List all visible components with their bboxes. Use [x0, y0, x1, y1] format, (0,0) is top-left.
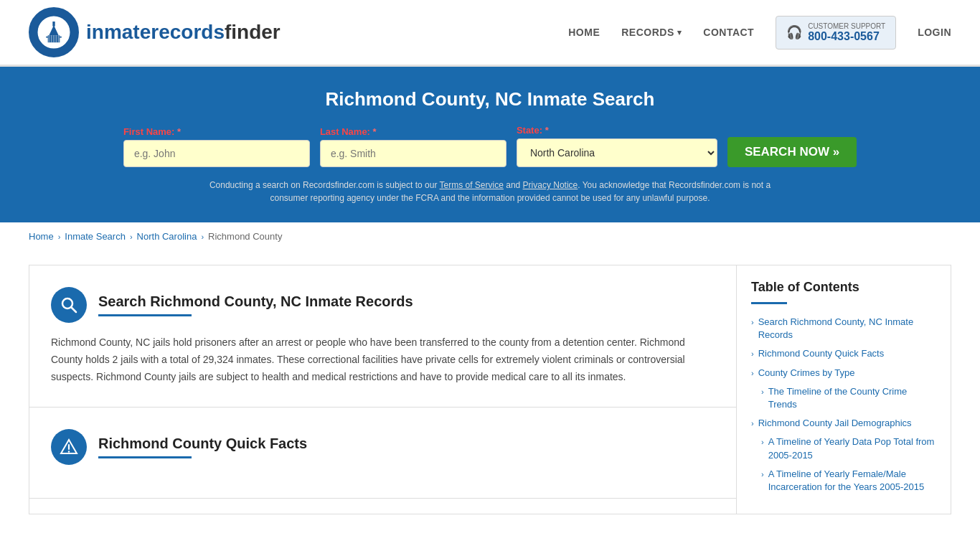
toc-item-3: › County Crimes by Type — [751, 367, 936, 380]
toc-link-5[interactable]: › Richmond County Jail Demographics — [751, 417, 936, 430]
svg-rect-5 — [49, 35, 50, 42]
last-name-input[interactable] — [320, 140, 507, 167]
breadcrumb-sep-2: › — [130, 232, 133, 241]
nav-records[interactable]: RECORDS ▾ — [621, 27, 682, 38]
headset-icon: 🎧 — [786, 24, 802, 40]
toc-item-1: › Search Richmond County, NC Inmate Reco… — [751, 316, 936, 342]
svg-rect-9 — [58, 35, 60, 42]
support-phone: 800-433-0567 — [808, 30, 885, 43]
breadcrumb-sep-3: › — [201, 232, 204, 241]
search-section: Search Richmond County, NC Inmate Record… — [29, 265, 736, 408]
customer-support-button[interactable]: 🎧 CUSTOMER SUPPORT 800-433-0567 — [776, 16, 896, 50]
state-label: State: * — [517, 125, 549, 136]
required-star: * — [373, 126, 377, 137]
logo-icon — [29, 7, 79, 57]
section2-title-area: Richmond County Quick Facts — [98, 435, 307, 458]
site-header: inmaterecordsfinder HOME RECORDS ▾ CONTA… — [0, 0, 980, 67]
page-title: Richmond County, NC Inmate Search — [29, 88, 951, 110]
toc-title: Table of Contents — [751, 280, 936, 295]
section1-header: Search Richmond County, NC Inmate Record… — [51, 287, 715, 323]
main-nav: HOME RECORDS ▾ CONTACT 🎧 CUSTOMER SUPPOR… — [568, 16, 951, 50]
section2-header: Richmond County Quick Facts — [51, 429, 715, 465]
toc-arrow-7: › — [761, 469, 764, 480]
svg-line-11 — [72, 308, 77, 313]
first-name-group: First Name: * — [123, 126, 310, 167]
svg-rect-8 — [56, 35, 57, 42]
toc-link-4[interactable]: › The Timeline of the County Crime Trend… — [761, 385, 936, 411]
toc-item-6: › A Timeline of Yearly Data Pop Total fr… — [761, 435, 936, 461]
logo-text: inmaterecordsfinder — [86, 21, 281, 44]
toc-item-5: › Richmond County Jail Demographics — [751, 417, 936, 430]
toc-link-6[interactable]: › A Timeline of Yearly Data Pop Total fr… — [761, 435, 936, 461]
svg-rect-6 — [51, 35, 52, 42]
breadcrumb-north-carolina[interactable]: North Carolina — [137, 231, 197, 242]
toc-item-2: › Richmond County Quick Facts — [751, 347, 936, 360]
toc-link-3[interactable]: › County Crimes by Type — [751, 367, 936, 380]
state-group: State: * North Carolina — [517, 125, 717, 167]
toc-arrow-5: › — [751, 418, 754, 429]
terms-link[interactable]: Terms of Service — [440, 180, 504, 190]
state-select[interactable]: North Carolina — [517, 138, 717, 167]
toc-link-2[interactable]: › Richmond County Quick Facts — [751, 347, 936, 360]
first-name-input[interactable] — [123, 140, 310, 167]
required-star: * — [545, 125, 549, 136]
privacy-link[interactable]: Privacy Notice — [523, 180, 578, 190]
search-form: First Name: * Last Name: * State: * Nort… — [29, 125, 951, 167]
toc-arrow-2: › — [751, 349, 754, 359]
last-name-group: Last Name: * — [320, 126, 507, 167]
toc-link-1[interactable]: › Search Richmond County, NC Inmate Reco… — [751, 316, 936, 342]
search-button[interactable]: SEARCH NOW » — [727, 137, 857, 167]
last-name-label: Last Name: * — [320, 126, 377, 137]
content-area: Search Richmond County, NC Inmate Record… — [29, 265, 736, 514]
section1-title: Search Richmond County, NC Inmate Record… — [98, 293, 413, 310]
main-content: Search Richmond County, NC Inmate Record… — [0, 250, 980, 529]
breadcrumb: Home › Inmate Search › North Carolina › … — [0, 222, 980, 250]
breadcrumb-richmond-county: Richmond County — [208, 231, 282, 242]
toc-item-7: › A Timeline of Yearly Female/Male Incar… — [761, 468, 936, 494]
toc-list: › Search Richmond County, NC Inmate Reco… — [751, 316, 936, 494]
sidebar: Table of Contents › Search Richmond Coun… — [736, 265, 951, 514]
toc-link-7[interactable]: › A Timeline of Yearly Female/Male Incar… — [761, 468, 936, 494]
toc-arrow-6: › — [761, 437, 764, 448]
quick-facts-icon — [51, 429, 87, 465]
first-name-label: First Name: * — [123, 126, 181, 137]
toc-underline — [751, 302, 787, 304]
section1-body: Richmond County, NC jails hold prisoners… — [51, 334, 715, 385]
chevron-down-icon: ▾ — [677, 28, 682, 37]
search-disclaimer: Conducting a search on Recordsfinder.com… — [203, 179, 777, 204]
nav-login[interactable]: LOGIN — [918, 27, 951, 38]
logo-finder: finder — [225, 21, 281, 43]
breadcrumb-home[interactable]: Home — [29, 231, 54, 242]
required-star: * — [177, 126, 181, 137]
nav-contact[interactable]: CONTACT — [703, 27, 754, 38]
breadcrumb-sep-1: › — [58, 232, 61, 241]
logo-inmate: inmate — [86, 21, 151, 43]
search-section-icon — [51, 287, 87, 323]
toc-arrow-3: › — [751, 368, 754, 379]
quick-facts-section: Richmond County Quick Facts — [29, 408, 736, 499]
svg-rect-7 — [53, 35, 55, 42]
logo-area: inmaterecordsfinder — [29, 7, 281, 57]
support-label: CUSTOMER SUPPORT — [808, 22, 885, 30]
svg-point-14 — [68, 451, 70, 453]
breadcrumb-inmate-search[interactable]: Inmate Search — [65, 231, 126, 242]
section2-underline — [98, 456, 192, 458]
toc-arrow-4: › — [761, 387, 764, 397]
toc-arrow-1: › — [751, 317, 754, 328]
logo-records: records — [151, 21, 225, 43]
section1-title-area: Search Richmond County, NC Inmate Record… — [98, 293, 413, 316]
toc-item-4: › The Timeline of the County Crime Trend… — [761, 385, 936, 411]
nav-home[interactable]: HOME — [568, 27, 600, 38]
section1-underline — [98, 314, 192, 316]
section2-title: Richmond County Quick Facts — [98, 435, 307, 452]
svg-rect-4 — [52, 22, 55, 27]
hero-section: Richmond County, NC Inmate Search First … — [0, 67, 980, 222]
